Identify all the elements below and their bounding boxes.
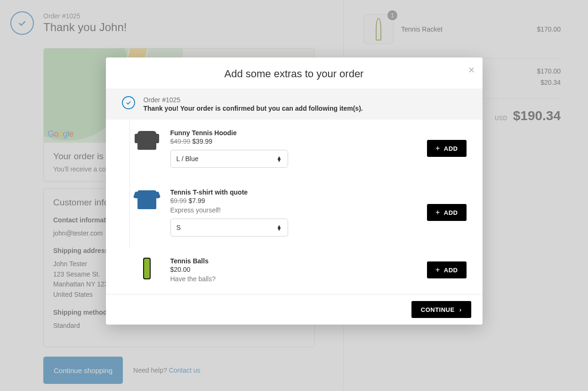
modal-banner: Order #1025 Thank you! Your order is con… [106,89,483,120]
close-icon[interactable]: ✕ [468,65,475,75]
upsell-thumbnail [136,257,158,280]
checkmark-circle-icon [122,96,135,109]
upsell-description: Have the balls? [170,275,415,283]
variant-select[interactable]: S ▲▼ [170,219,288,236]
upsell-name: Tennis T-shirt with quote [170,188,415,196]
continue-button[interactable]: CONTINUE › [411,301,471,318]
upsell-old-price: $49.99 [170,138,191,145]
upsell-thumbnail [136,129,158,152]
chevron-right-icon: › [459,306,462,313]
upsell-item: Tennis Balls $20.00 Have the balls? +ADD [129,248,467,294]
modal-title: Add some extras to your order [117,68,471,80]
variant-value: S [177,224,181,231]
upsell-old-price: $9.99 [170,197,187,204]
chevron-sort-icon: ▲▼ [277,225,282,230]
variant-value: L / Blue [177,155,199,163]
variant-select[interactable]: L / Blue ▲▼ [170,150,288,168]
modal-overlay[interactable]: Add some extras to your order ✕ Order #1… [0,0,588,391]
upsell-name: Funny Tennis Hoodie [170,129,415,137]
chevron-sort-icon: ▲▼ [277,156,282,162]
add-label: ADD [444,209,458,216]
add-button[interactable]: +ADD [427,261,467,278]
upsell-item: Funny Tennis Hoodie $49.99$39.99 L / Blu… [129,120,467,179]
upsell-name: Tennis Balls [170,257,415,265]
plus-icon: + [435,208,440,217]
modal-order-number: Order #1025 [144,96,363,104]
modal-footer: CONTINUE › [106,294,483,325]
upsell-description: Express yourself! [170,206,415,214]
continue-label: CONTINUE [421,306,455,313]
add-button[interactable]: +ADD [427,204,467,221]
add-label: ADD [444,145,458,152]
modal-banner-message: Thank you! Your order is confirmed but y… [144,105,363,112]
plus-icon: + [435,266,440,274]
add-label: ADD [444,267,458,274]
upsell-thumbnail [136,188,158,211]
upsell-modal: Add some extras to your order ✕ Order #1… [106,57,483,325]
upsell-list: Funny Tennis Hoodie $49.99$39.99 L / Blu… [106,120,483,294]
add-button[interactable]: +ADD [427,140,467,157]
upsell-item: Tennis T-shirt with quote $9.99$7.99 Exp… [129,179,467,248]
upsell-price: $7.99 [189,197,205,204]
upsell-price: $39.99 [192,138,212,145]
upsell-price: $20.00 [170,266,191,273]
plus-icon: + [435,144,440,153]
